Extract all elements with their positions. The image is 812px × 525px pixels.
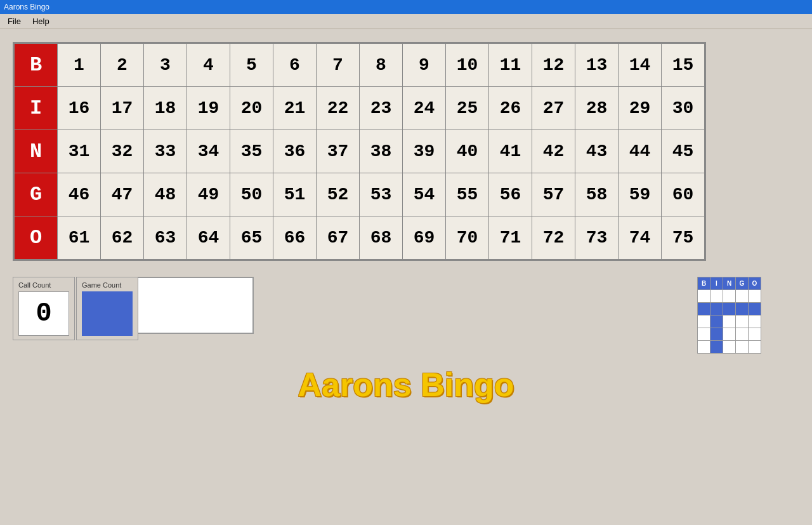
number-cell-42[interactable]: 42 (532, 130, 575, 173)
number-cell-52[interactable]: 52 (317, 173, 360, 216)
number-cell-59[interactable]: 59 (619, 173, 662, 216)
number-cell-61[interactable]: 61 (58, 216, 101, 260)
number-cell-26[interactable]: 26 (489, 87, 532, 130)
number-cell-16[interactable]: 16 (58, 87, 101, 130)
number-cell-4[interactable]: 4 (187, 44, 230, 87)
number-cell-32[interactable]: 32 (101, 130, 144, 173)
number-cell-73[interactable]: 73 (575, 216, 619, 260)
number-cell-50[interactable]: 50 (230, 173, 273, 216)
game-count-display (82, 291, 133, 336)
number-cell-64[interactable]: 64 (187, 216, 230, 260)
number-cell-2[interactable]: 2 (101, 44, 144, 87)
number-cell-21[interactable]: 21 (273, 87, 317, 130)
mini-cell-4-1 (710, 341, 723, 354)
menu-file[interactable]: File (5, 16, 23, 27)
number-cell-75[interactable]: 75 (662, 216, 705, 260)
number-cell-30[interactable]: 30 (662, 87, 705, 130)
number-cell-45[interactable]: 45 (662, 130, 705, 173)
number-cell-70[interactable]: 70 (446, 216, 489, 260)
number-cell-31[interactable]: 31 (58, 130, 101, 173)
number-cell-40[interactable]: 40 (446, 130, 489, 173)
mini-cell-0-4 (749, 290, 761, 303)
number-cell-54[interactable]: 54 (403, 173, 446, 216)
number-cell-22[interactable]: 22 (317, 87, 360, 130)
mini-cell-2-1 (710, 316, 723, 328)
number-cell-28[interactable]: 28 (575, 87, 619, 130)
mini-cell-3-1 (710, 328, 723, 341)
number-cell-13[interactable]: 13 (575, 44, 619, 87)
number-cell-12[interactable]: 12 (532, 44, 575, 87)
number-cell-65[interactable]: 65 (230, 216, 273, 260)
number-cell-68[interactable]: 68 (360, 216, 403, 260)
number-cell-19[interactable]: 19 (187, 87, 230, 130)
number-cell-69[interactable]: 69 (403, 216, 446, 260)
number-cell-58[interactable]: 58 (575, 173, 619, 216)
number-cell-27[interactable]: 27 (532, 87, 575, 130)
number-cell-8[interactable]: 8 (360, 44, 403, 87)
mini-cell-3-4 (749, 328, 761, 341)
title-bar: Aarons Bingo (0, 0, 812, 14)
bingo-board: B123456789101112131415I16171819202122232… (13, 42, 706, 261)
number-cell-48[interactable]: 48 (144, 173, 187, 216)
number-cell-20[interactable]: 20 (230, 87, 273, 130)
number-cell-9[interactable]: 9 (403, 44, 446, 87)
number-cell-44[interactable]: 44 (619, 130, 662, 173)
number-cell-25[interactable]: 25 (446, 87, 489, 130)
number-cell-33[interactable]: 33 (144, 130, 187, 173)
mini-cell-1-4 (749, 303, 761, 316)
number-cell-56[interactable]: 56 (489, 173, 532, 216)
number-cell-18[interactable]: 18 (144, 87, 187, 130)
number-cell-34[interactable]: 34 (187, 130, 230, 173)
number-cell-43[interactable]: 43 (575, 130, 619, 173)
number-cell-36[interactable]: 36 (273, 130, 317, 173)
mini-cell-1-1 (710, 303, 723, 316)
call-count-group: Call Count 0 (13, 277, 75, 340)
app-title: Aarons Bingo (13, 366, 799, 404)
number-cell-63[interactable]: 63 (144, 216, 187, 260)
number-cell-10[interactable]: 10 (446, 44, 489, 87)
game-count-group: Game Count (76, 277, 138, 340)
number-cell-62[interactable]: 62 (101, 216, 144, 260)
number-cell-37[interactable]: 37 (317, 130, 360, 173)
call-count-label: Call Count (18, 281, 69, 289)
number-cell-74[interactable]: 74 (619, 216, 662, 260)
mini-cell-4-2 (723, 341, 736, 354)
number-cell-11[interactable]: 11 (489, 44, 532, 87)
mini-cell-3-0 (698, 328, 710, 341)
number-cell-41[interactable]: 41 (489, 130, 532, 173)
mini-header-B: B (698, 277, 710, 290)
number-cell-35[interactable]: 35 (230, 130, 273, 173)
letter-cell-N: N (15, 130, 58, 173)
number-cell-67[interactable]: 67 (317, 216, 360, 260)
number-cell-24[interactable]: 24 (403, 87, 446, 130)
number-cell-49[interactable]: 49 (187, 173, 230, 216)
number-cell-53[interactable]: 53 (360, 173, 403, 216)
number-cell-38[interactable]: 38 (360, 130, 403, 173)
number-cell-15[interactable]: 15 (662, 44, 705, 87)
number-cell-6[interactable]: 6 (273, 44, 317, 87)
number-cell-55[interactable]: 55 (446, 173, 489, 216)
mini-header-I: I (710, 277, 723, 290)
number-cell-3[interactable]: 3 (144, 44, 187, 87)
number-cell-14[interactable]: 14 (619, 44, 662, 87)
letter-cell-I: I (15, 87, 58, 130)
number-cell-60[interactable]: 60 (662, 173, 705, 216)
number-cell-57[interactable]: 57 (532, 173, 575, 216)
number-cell-39[interactable]: 39 (403, 130, 446, 173)
menu-help[interactable]: Help (30, 16, 52, 27)
title-bar-text: Aarons Bingo (4, 3, 49, 11)
number-cell-46[interactable]: 46 (58, 173, 101, 216)
number-cell-29[interactable]: 29 (619, 87, 662, 130)
number-cell-47[interactable]: 47 (101, 173, 144, 216)
number-cell-7[interactable]: 7 (317, 44, 360, 87)
number-cell-66[interactable]: 66 (273, 216, 317, 260)
number-cell-5[interactable]: 5 (230, 44, 273, 87)
number-cell-71[interactable]: 71 (489, 216, 532, 260)
mini-cell-3-2 (723, 328, 736, 341)
number-cell-72[interactable]: 72 (532, 216, 575, 260)
number-cell-51[interactable]: 51 (273, 173, 317, 216)
number-cell-17[interactable]: 17 (101, 87, 144, 130)
number-cell-23[interactable]: 23 (360, 87, 403, 130)
letter-cell-O: O (15, 216, 58, 260)
number-cell-1[interactable]: 1 (58, 44, 101, 87)
